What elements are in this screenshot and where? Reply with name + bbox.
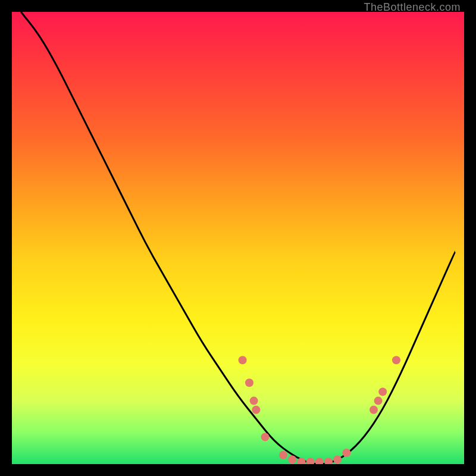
data-dot xyxy=(306,458,315,464)
data-dot xyxy=(288,455,296,464)
data-dot xyxy=(374,397,383,405)
chart-frame: TheBottleneck.com xyxy=(12,12,464,464)
data-dot xyxy=(315,458,324,464)
bottleneck-curve xyxy=(21,12,455,464)
data-dot xyxy=(279,451,287,459)
data-dot xyxy=(252,406,260,414)
data-dot xyxy=(239,356,247,364)
curve-svg xyxy=(12,12,464,464)
data-dot xyxy=(369,406,378,414)
data-dot xyxy=(333,455,342,464)
data-dot xyxy=(261,433,270,441)
data-dot xyxy=(378,387,387,396)
data-dots xyxy=(239,356,400,464)
data-dot xyxy=(324,458,333,464)
data-dot xyxy=(342,449,350,457)
data-dot xyxy=(245,378,253,387)
data-dot xyxy=(392,356,400,364)
data-dot xyxy=(250,397,258,405)
